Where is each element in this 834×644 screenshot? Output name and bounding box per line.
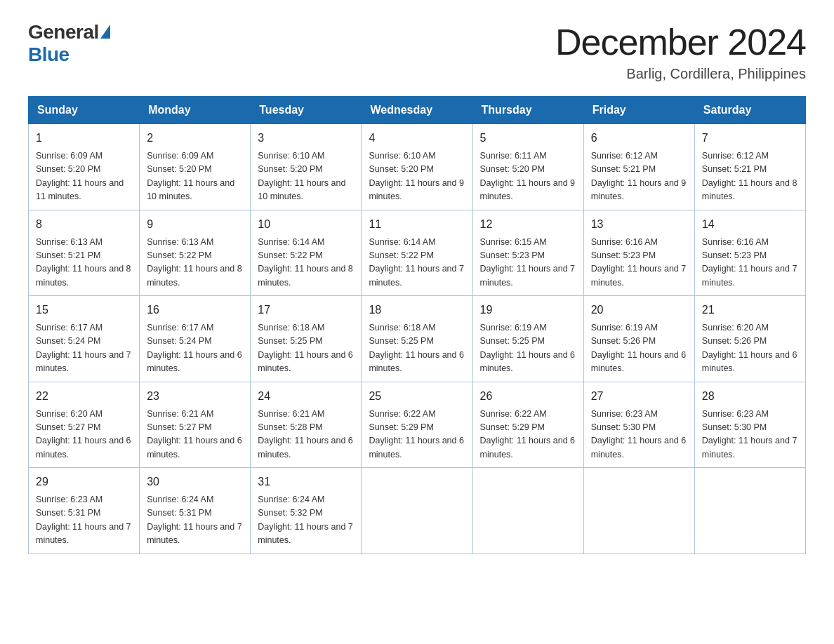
day-info: Sunrise: 6:21 AMSunset: 5:27 PMDaylight:… [147,408,243,462]
calendar-cell [583,468,694,554]
calendar-cell: 23 Sunrise: 6:21 AMSunset: 5:27 PMDaylig… [140,382,251,468]
day-info: Sunrise: 6:17 AMSunset: 5:24 PMDaylight:… [36,321,132,376]
weekday-header-tuesday: Tuesday [251,97,362,124]
calendar-cell: 9 Sunrise: 6:13 AMSunset: 5:22 PMDayligh… [140,210,251,296]
day-info: Sunrise: 6:11 AMSunset: 5:20 PMDaylight:… [480,149,576,204]
month-title: December 2024 [555,21,806,63]
calendar-cell: 3 Sunrise: 6:10 AMSunset: 5:20 PMDayligh… [251,124,362,210]
day-number: 1 [36,130,132,147]
day-number: 4 [369,130,465,147]
weekday-header-wednesday: Wednesday [362,97,472,124]
day-info: Sunrise: 6:10 AMSunset: 5:20 PMDaylight:… [369,149,465,204]
day-info: Sunrise: 6:20 AMSunset: 5:26 PMDaylight:… [702,321,798,376]
day-info: Sunrise: 6:12 AMSunset: 5:21 PMDaylight:… [591,149,687,204]
calendar-cell: 4 Sunrise: 6:10 AMSunset: 5:20 PMDayligh… [362,124,472,210]
calendar-week-1: 1 Sunrise: 6:09 AMSunset: 5:20 PMDayligh… [29,124,806,210]
location-text: Barlig, Cordillera, Philippines [555,66,806,82]
calendar-cell: 15 Sunrise: 6:17 AMSunset: 5:24 PMDaylig… [29,296,140,382]
day-number: 31 [258,474,354,490]
day-info: Sunrise: 6:09 AMSunset: 5:20 PMDaylight:… [147,149,243,204]
calendar-week-2: 8 Sunrise: 6:13 AMSunset: 5:21 PMDayligh… [29,210,806,296]
calendar-cell: 16 Sunrise: 6:17 AMSunset: 5:24 PMDaylig… [140,296,251,382]
calendar-cell: 12 Sunrise: 6:15 AMSunset: 5:23 PMDaylig… [472,210,583,296]
day-number: 20 [591,302,687,318]
day-number: 24 [258,388,354,405]
calendar-cell: 29 Sunrise: 6:23 AMSunset: 5:31 PMDaylig… [29,468,140,554]
day-number: 27 [591,388,687,405]
day-info: Sunrise: 6:17 AMSunset: 5:24 PMDaylight:… [147,321,243,376]
weekday-header-thursday: Thursday [472,97,583,124]
day-number: 17 [258,302,354,318]
day-number: 23 [147,388,243,405]
day-number: 12 [480,216,576,233]
day-number: 2 [147,130,243,147]
day-info: Sunrise: 6:21 AMSunset: 5:28 PMDaylight:… [258,408,354,462]
day-number: 9 [147,216,243,233]
day-info: Sunrise: 6:24 AMSunset: 5:31 PMDaylight:… [147,493,243,548]
day-number: 3 [258,130,354,147]
day-number: 5 [480,130,576,147]
logo: General Blue [28,21,110,66]
day-number: 22 [36,388,132,405]
day-info: Sunrise: 6:19 AMSunset: 5:25 PMDaylight:… [480,321,576,376]
day-info: Sunrise: 6:13 AMSunset: 5:22 PMDaylight:… [147,236,243,290]
calendar-cell [694,468,805,554]
calendar-cell: 13 Sunrise: 6:16 AMSunset: 5:23 PMDaylig… [583,210,694,296]
calendar-cell: 18 Sunrise: 6:18 AMSunset: 5:25 PMDaylig… [362,296,472,382]
calendar-cell: 20 Sunrise: 6:19 AMSunset: 5:26 PMDaylig… [583,296,694,382]
day-info: Sunrise: 6:22 AMSunset: 5:29 PMDaylight:… [480,408,576,462]
day-number: 11 [369,216,465,233]
calendar-cell: 30 Sunrise: 6:24 AMSunset: 5:31 PMDaylig… [140,468,251,554]
logo-triangle-icon [100,25,110,39]
day-number: 14 [702,216,798,233]
calendar-cell [472,468,583,554]
calendar-cell: 5 Sunrise: 6:11 AMSunset: 5:20 PMDayligh… [472,124,583,210]
day-info: Sunrise: 6:12 AMSunset: 5:21 PMDaylight:… [702,149,798,204]
day-info: Sunrise: 6:15 AMSunset: 5:23 PMDaylight:… [480,236,576,290]
calendar-cell: 7 Sunrise: 6:12 AMSunset: 5:21 PMDayligh… [694,124,805,210]
day-info: Sunrise: 6:18 AMSunset: 5:25 PMDaylight:… [369,321,465,376]
page-header: General Blue December 2024 Barlig, Cordi… [28,21,806,82]
day-number: 13 [591,216,687,233]
calendar-cell: 2 Sunrise: 6:09 AMSunset: 5:20 PMDayligh… [140,124,251,210]
calendar-cell: 1 Sunrise: 6:09 AMSunset: 5:20 PMDayligh… [29,124,140,210]
calendar-table: SundayMondayTuesdayWednesdayThursdayFrid… [28,96,806,554]
weekday-header-row: SundayMondayTuesdayWednesdayThursdayFrid… [29,97,806,124]
day-number: 29 [36,474,132,490]
day-number: 26 [480,388,576,405]
day-number: 25 [369,388,465,405]
day-info: Sunrise: 6:19 AMSunset: 5:26 PMDaylight:… [591,321,687,376]
calendar-cell: 21 Sunrise: 6:20 AMSunset: 5:26 PMDaylig… [694,296,805,382]
logo-blue-text: Blue [28,43,70,66]
weekday-header-saturday: Saturday [694,97,805,124]
calendar-cell: 19 Sunrise: 6:19 AMSunset: 5:25 PMDaylig… [472,296,583,382]
calendar-cell [362,468,472,554]
day-info: Sunrise: 6:23 AMSunset: 5:30 PMDaylight:… [591,408,687,462]
calendar-cell: 11 Sunrise: 6:14 AMSunset: 5:22 PMDaylig… [362,210,472,296]
day-info: Sunrise: 6:23 AMSunset: 5:30 PMDaylight:… [702,408,798,462]
day-number: 8 [36,216,132,233]
weekday-header-sunday: Sunday [29,97,140,124]
day-info: Sunrise: 6:10 AMSunset: 5:20 PMDaylight:… [258,149,354,204]
day-info: Sunrise: 6:16 AMSunset: 5:23 PMDaylight:… [591,236,687,290]
day-info: Sunrise: 6:18 AMSunset: 5:25 PMDaylight:… [258,321,354,376]
calendar-cell: 27 Sunrise: 6:23 AMSunset: 5:30 PMDaylig… [583,382,694,468]
calendar-cell: 10 Sunrise: 6:14 AMSunset: 5:22 PMDaylig… [251,210,362,296]
day-number: 6 [591,130,687,147]
calendar-cell: 31 Sunrise: 6:24 AMSunset: 5:32 PMDaylig… [251,468,362,554]
day-number: 10 [258,216,354,233]
day-number: 21 [702,302,798,318]
day-number: 18 [369,302,465,318]
calendar-week-5: 29 Sunrise: 6:23 AMSunset: 5:31 PMDaylig… [29,468,806,554]
day-number: 30 [147,474,243,490]
day-info: Sunrise: 6:13 AMSunset: 5:21 PMDaylight:… [36,236,132,290]
day-info: Sunrise: 6:22 AMSunset: 5:29 PMDaylight:… [369,408,465,462]
calendar-cell: 25 Sunrise: 6:22 AMSunset: 5:29 PMDaylig… [362,382,472,468]
day-info: Sunrise: 6:16 AMSunset: 5:23 PMDaylight:… [702,236,798,290]
day-info: Sunrise: 6:23 AMSunset: 5:31 PMDaylight:… [36,493,132,548]
day-info: Sunrise: 6:14 AMSunset: 5:22 PMDaylight:… [258,236,354,290]
calendar-cell: 26 Sunrise: 6:22 AMSunset: 5:29 PMDaylig… [472,382,583,468]
day-info: Sunrise: 6:09 AMSunset: 5:20 PMDaylight:… [36,149,132,204]
calendar-week-3: 15 Sunrise: 6:17 AMSunset: 5:24 PMDaylig… [29,296,806,382]
calendar-cell: 17 Sunrise: 6:18 AMSunset: 5:25 PMDaylig… [251,296,362,382]
